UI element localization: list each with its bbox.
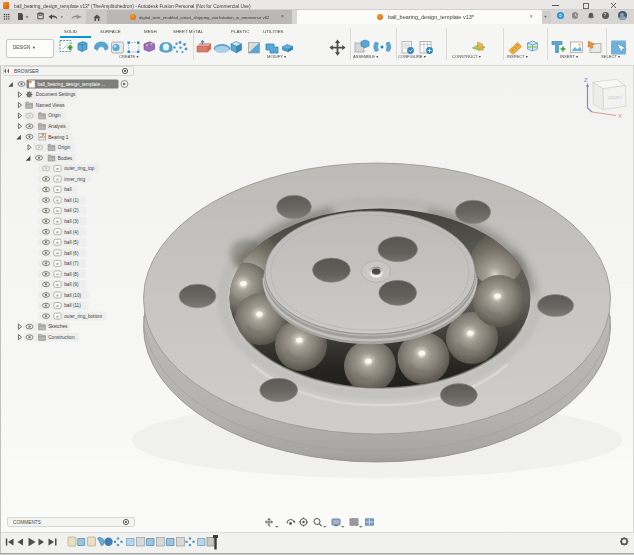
svg-text:ball (4): ball (4) [64,230,79,235]
svg-text:outer_ring_bottom: outer_ring_bottom [64,314,102,319]
svg-text:ball (1): ball (1) [64,198,79,203]
svg-text:ball_bearing_design_template .: ball_bearing_design_template ... [38,82,106,87]
svg-text:Sketches: Sketches [48,324,68,329]
svg-text:BROWSER: BROWSER [14,69,39,74]
svg-text:COMMENTS: COMMENTS [13,520,41,525]
svg-text:Origin: Origin [58,145,71,150]
svg-text:Construction: Construction [48,335,75,340]
svg-text:ball (6): ball (6) [64,251,79,256]
svg-text:ball: ball [64,187,71,192]
svg-text:Bearing 1: Bearing 1 [48,135,68,140]
svg-text:X: X [618,113,622,119]
svg-text:Origin: Origin [48,113,61,118]
svg-text:ball (9): ball (9) [64,282,79,287]
svg-text:ball (5): ball (5) [64,240,79,245]
svg-text:ball (10): ball (10) [64,293,81,298]
svg-text:ball (3): ball (3) [64,219,79,224]
svg-text:Z: Z [584,77,588,83]
svg-text:Named Views: Named Views [36,103,65,108]
svg-text:Analysis: Analysis [48,124,66,129]
svg-text:ball (8): ball (8) [64,272,79,277]
svg-text:Bodies: Bodies [58,156,73,161]
svg-text:ball (2): ball (2) [64,208,79,213]
svg-text:ball (11): ball (11) [64,303,81,308]
svg-text:outer_ring_top: outer_ring_top [64,166,95,171]
svg-text:ball (7): ball (7) [64,261,79,266]
svg-text:inner_ring: inner_ring [64,177,85,182]
svg-text:FRONT: FRONT [608,95,623,101]
svg-text:Document Settings: Document Settings [36,92,76,97]
